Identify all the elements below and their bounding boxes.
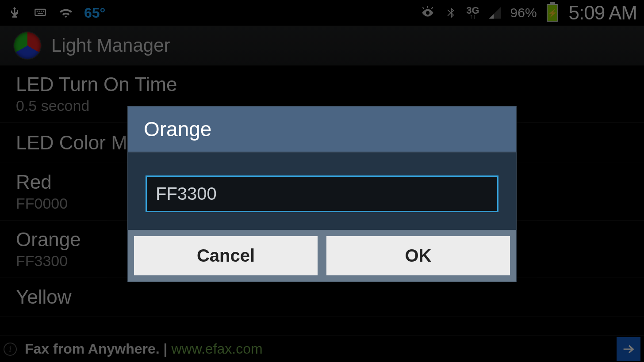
color-hex-input[interactable]: [146, 175, 498, 212]
dialog-title: Orange: [128, 107, 516, 152]
ok-button[interactable]: OK: [326, 236, 510, 275]
edit-color-dialog: Orange Cancel OK: [127, 106, 517, 282]
dialog-button-bar: Cancel OK: [128, 230, 516, 282]
cancel-button[interactable]: Cancel: [134, 236, 318, 275]
